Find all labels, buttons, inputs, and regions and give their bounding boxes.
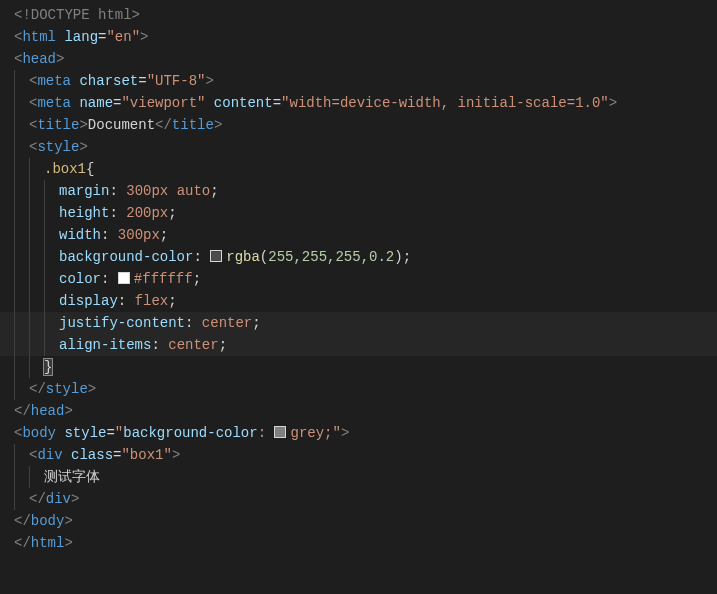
code-line: color: #ffffff; (0, 268, 717, 290)
code-line: </body> (0, 510, 717, 532)
color-swatch-icon (210, 250, 222, 262)
code-line: <html lang="en"> (0, 26, 717, 48)
cursor: } (44, 359, 52, 375)
code-line: justify-content: center; (0, 312, 717, 334)
code-line: </style> (0, 378, 717, 400)
code-line: <body style="background-color: grey;"> (0, 422, 717, 444)
code-line: background-color: rgba(255,255,255,0.2); (0, 246, 717, 268)
code-line: <head> (0, 48, 717, 70)
code-line: <meta charset="UTF-8"> (0, 70, 717, 92)
color-swatch-icon (274, 426, 286, 438)
color-swatch-icon (118, 272, 130, 284)
code-line: </html> (0, 532, 717, 554)
doctype: <!DOCTYPE html> (14, 7, 140, 23)
code-line: <!DOCTYPE html> (0, 4, 717, 26)
code-line: } (0, 356, 717, 378)
code-line: <div class="box1"> (0, 444, 717, 466)
code-line: <style> (0, 136, 717, 158)
code-line: margin: 300px auto; (0, 180, 717, 202)
code-line: height: 200px; (0, 202, 717, 224)
code-line: 测试字体 (0, 466, 717, 488)
code-line: </head> (0, 400, 717, 422)
code-line: .box1{ (0, 158, 717, 180)
code-line: </div> (0, 488, 717, 510)
code-line: <meta name="viewport" content="width=dev… (0, 92, 717, 114)
code-line: display: flex; (0, 290, 717, 312)
code-line: width: 300px; (0, 224, 717, 246)
code-line: align-items: center; (0, 334, 717, 356)
code-line: <title>Document</title> (0, 114, 717, 136)
code-editor[interactable]: <!DOCTYPE html> <html lang="en"> <head> … (0, 4, 717, 554)
